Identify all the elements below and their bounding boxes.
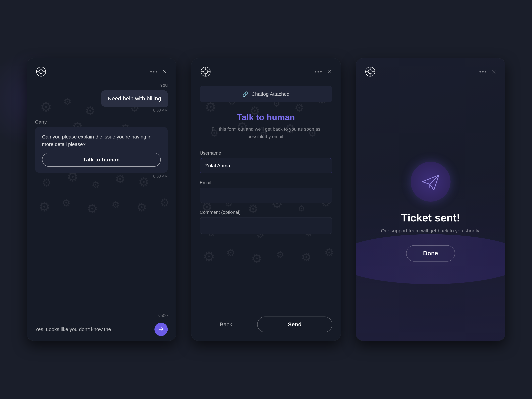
success-title: Ticket sent! — [401, 212, 460, 224]
user-message: Need help with billing — [101, 90, 168, 107]
chat-content: You Need help with billing 0:00 AM Garry… — [27, 83, 176, 318]
char-count: 7/500 — [157, 313, 168, 318]
success-logo — [364, 66, 376, 78]
close-icon[interactable] — [162, 69, 168, 75]
success-close-icon[interactable] — [491, 69, 497, 75]
you-label: You — [35, 83, 168, 88]
email-label: Email — [200, 180, 332, 185]
svg-line-75 — [430, 184, 434, 190]
comment-input[interactable] — [200, 217, 332, 234]
success-subtitle: Our support team will get back to you sh… — [381, 228, 480, 234]
svg-point-63 — [204, 70, 208, 74]
chat-header — [27, 58, 176, 83]
success-content: Ticket sent! Our support team will get b… — [356, 83, 505, 341]
form-more-options-icon[interactable] — [315, 71, 322, 72]
success-icon-wrapper — [411, 162, 450, 202]
email-input[interactable] — [200, 188, 332, 203]
panels-container: ⚙ ⚙ ⚙ ⚙ ⚙ ⚙ ⚙ ⚙ ⚙ ⚙ ⚙ ⚙ ⚙ ⚙ ⚙ — [27, 58, 505, 341]
form-close-icon[interactable] — [326, 69, 332, 75]
form-subtitle: Fill this form out and we'll get back to… — [200, 126, 332, 140]
send-form-button[interactable]: Send — [257, 317, 332, 332]
chat-input[interactable] — [35, 326, 151, 333]
message-time-2: 0:00 AM — [35, 174, 168, 179]
send-button[interactable] — [154, 323, 168, 336]
form-header — [191, 58, 341, 83]
paper-plane-icon — [421, 172, 441, 192]
username-input[interactable] — [200, 158, 332, 173]
comment-label: Comment (optional) — [200, 210, 332, 215]
comment-group: Comment (optional) — [200, 210, 332, 234]
more-options-icon[interactable] — [150, 71, 157, 72]
success-more-options-icon[interactable] — [480, 71, 486, 72]
message-sender: Garry — [35, 119, 168, 125]
svg-point-29 — [39, 70, 43, 74]
talk-to-human-button[interactable]: Talk to human — [42, 153, 161, 167]
header-actions — [150, 69, 168, 75]
username-group: Username — [200, 151, 332, 173]
email-group: Email — [200, 180, 332, 203]
form-panel: ⚙ ⚙ ⚙ ⚙ ⚙ ⚙ ⚙ ⚙ ⚙ ⚙ ⚙ ⚙ ⚙ ⚙ ⚙ ⚙ ⚙ — [191, 58, 341, 341]
chat-panel: ⚙ ⚙ ⚙ ⚙ ⚙ ⚙ ⚙ ⚙ ⚙ ⚙ ⚙ ⚙ ⚙ ⚙ ⚙ — [27, 58, 176, 341]
bot-message-card: Can you please explain the issue you're … — [35, 127, 168, 173]
form-footer: Back Send — [191, 310, 341, 341]
success-header-actions — [480, 69, 497, 75]
form-title-highlight: human — [267, 112, 295, 122]
form-header-actions — [315, 69, 332, 75]
success-panel: Ticket sent! Our support team will get b… — [356, 58, 505, 341]
form-title: Talk to human — [200, 112, 332, 122]
back-button[interactable]: Back — [200, 317, 252, 332]
form-content: 🔗 Chatlog Attached Talk to human Fill th… — [191, 83, 341, 310]
form-logo — [200, 66, 212, 78]
message-time-1: 0:00 AM — [35, 108, 168, 113]
chatlog-label: Chatlog Attached — [252, 91, 290, 97]
bot-message-text: Can you please explain the issue you're … — [42, 133, 161, 148]
chat-input-area: 7/500 — [27, 318, 176, 341]
success-header — [356, 58, 505, 83]
username-label: Username — [200, 151, 332, 156]
chatlog-attached-bar: 🔗 Chatlog Attached — [200, 86, 332, 102]
logo — [35, 66, 47, 78]
chatlog-attach-icon: 🔗 — [243, 91, 248, 97]
svg-point-69 — [368, 70, 372, 74]
done-button[interactable]: Done — [406, 245, 455, 261]
